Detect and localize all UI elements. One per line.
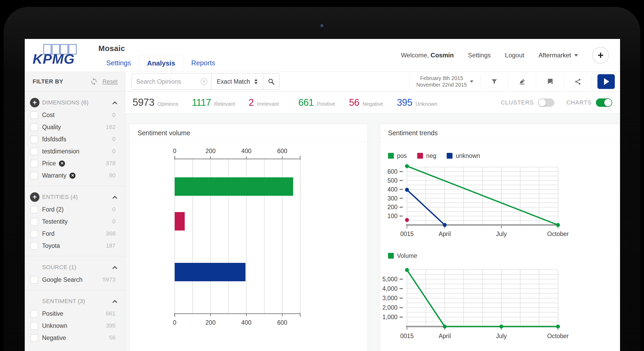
tab-analysis[interactable]: Analysis [139, 55, 183, 72]
match-mode-select[interactable]: Exact Match [211, 74, 263, 89]
toggle-off-switch[interactable] [538, 98, 554, 107]
svg-text:July: July [496, 230, 507, 237]
svg-text:1,000: 1,000 [382, 314, 398, 320]
remove-filter-icon[interactable]: ✕ [69, 173, 76, 179]
add-entity-button[interactable]: + [30, 192, 39, 202]
erase-button[interactable] [508, 74, 536, 89]
welcome-prefix: Welcome, [401, 52, 429, 59]
filter-count: 0 [112, 218, 115, 225]
checkbox[interactable] [31, 334, 38, 342]
filter-count: 0 [112, 148, 115, 155]
sidebar-section-dimensions: + DIMENSIONS (6) Cost 0 Quality 162 fdsf… [25, 92, 125, 186]
settings-link[interactable]: Settings [468, 52, 491, 59]
search-input[interactable] [136, 78, 200, 85]
svg-text:April: April [439, 333, 451, 339]
filter-label: fdsfdsdfs [42, 136, 66, 143]
dimensions-header: + DIMENSIONS (6) [25, 96, 125, 109]
sidebar-item-quality[interactable]: Quality 162 [25, 121, 125, 133]
stat-label: Unknown [415, 101, 437, 107]
run-analysis-button[interactable] [597, 74, 615, 89]
sidebar-item-price[interactable]: Price ✕ 378 [25, 157, 125, 169]
checkbox[interactable] [31, 310, 38, 318]
checkbox[interactable] [31, 160, 38, 167]
checkbox[interactable] [31, 123, 38, 131]
logout-link[interactable]: Logout [505, 52, 524, 59]
stat-value: 395 [397, 97, 412, 108]
checkbox[interactable] [31, 218, 38, 225]
search-button[interactable] [263, 74, 279, 89]
svg-text:October: October [547, 333, 569, 339]
tab-reports[interactable]: Reports [183, 55, 223, 72]
share-button[interactable] [564, 74, 592, 89]
stat-value: 661 [298, 97, 314, 108]
sidebar-item-ford2[interactable]: Ford (2) 0 [25, 203, 125, 215]
sidebar-item-toyota[interactable]: Toyota 187 [25, 240, 125, 252]
toggle-on-switch[interactable] [596, 98, 612, 107]
title-and-tabs: Mosaic Settings Analysis Reports [98, 39, 223, 72]
checkbox[interactable] [31, 172, 38, 179]
sidebar-item-fdsfdsdfs[interactable]: fdsfdsdfs 0 [25, 133, 125, 145]
legend-swatch [388, 253, 394, 259]
main-nav-tabs: Settings Analysis Reports [98, 55, 223, 72]
legend-label: unknown [456, 152, 480, 159]
refresh-icon[interactable] [90, 78, 98, 86]
stat-label: Opinions [158, 101, 178, 107]
sidebar-item-unknown[interactable]: Unknown 395 [25, 320, 125, 332]
chevron-up-icon[interactable] [112, 266, 117, 271]
legend-label: pos [397, 152, 407, 159]
project-selector[interactable]: Aftermarket [539, 52, 578, 59]
filter-sidebar: + DIMENSIONS (6) Cost 0 Quality 162 fdsf… [25, 92, 125, 351]
checkbox[interactable] [31, 230, 38, 238]
sidebar-item-testentity[interactable]: Testentity 0 [25, 215, 125, 228]
sidebar-item-positive[interactable]: Positive 661 [25, 308, 125, 320]
checkbox[interactable] [31, 322, 38, 330]
toolbar: FILTER BY Reset ✕ Exact Match [25, 72, 620, 92]
filter-label: Google Search [42, 276, 82, 283]
filter-count: 90 [109, 172, 115, 179]
filter-count: 661 [106, 310, 115, 317]
svg-text:600: 600 [277, 148, 287, 154]
chevron-up-icon[interactable] [112, 101, 117, 106]
remove-filter-icon[interactable]: ✕ [59, 161, 65, 167]
run-analysis-cell [592, 74, 620, 89]
charts-area: Sentiment volume 00200200400400600600 Se… [125, 114, 620, 351]
chevron-up-icon[interactable] [112, 300, 117, 305]
device-camera [318, 22, 325, 29]
sentiment-trends-card: Sentiment trends pos neg unknown [380, 124, 620, 351]
legend-volume: Volume [388, 252, 417, 259]
checkbox[interactable] [31, 242, 38, 250]
svg-text:October: October [547, 230, 569, 237]
sidebar-item-warranty[interactable]: Warranty ✕ 90 [25, 169, 125, 182]
charts-toggle[interactable]: CHARTS [566, 98, 612, 107]
svg-text:400: 400 [388, 186, 398, 193]
sidebar-item-testdimension[interactable]: testdimension 0 [25, 145, 125, 157]
stat-label: Positive [317, 101, 335, 107]
filter-count: 368 [106, 230, 115, 237]
svg-text:400: 400 [241, 319, 251, 326]
checkbox[interactable] [31, 136, 38, 143]
checkbox[interactable] [31, 276, 38, 284]
tab-settings[interactable]: Settings [98, 55, 139, 72]
checkbox[interactable] [31, 206, 38, 213]
comments-button[interactable] [536, 74, 564, 89]
clusters-toggle[interactable]: CLUSTERS [501, 98, 554, 107]
date-range-picker[interactable]: February 8th 2015 November 22nd 2015 [409, 74, 480, 89]
chevron-up-icon[interactable] [112, 196, 117, 200]
reset-filters-link[interactable]: Reset [103, 78, 118, 85]
svg-text:April: April [439, 230, 451, 237]
sidebar-item-google-search[interactable]: Google Search 5973 [25, 274, 125, 286]
trends-legend: pos neg unknown [380, 152, 620, 160]
filter-label: Price [42, 160, 56, 167]
filter-button[interactable] [480, 74, 508, 89]
legend-unknown: unknown [447, 152, 480, 159]
clear-search-icon[interactable]: ✕ [200, 78, 207, 85]
sidebar-item-ford[interactable]: Ford 368 [25, 228, 125, 240]
stat-value: 56 [349, 97, 359, 108]
sidebar-item-negative[interactable]: Negative 56 [25, 332, 125, 344]
add-dimension-button[interactable]: + [30, 98, 39, 107]
add-project-button[interactable]: + [592, 47, 609, 64]
checkbox[interactable] [31, 111, 38, 119]
legend-label: Volume [397, 252, 417, 259]
sidebar-item-cost[interactable]: Cost 0 [25, 109, 125, 121]
checkbox[interactable] [31, 148, 38, 155]
